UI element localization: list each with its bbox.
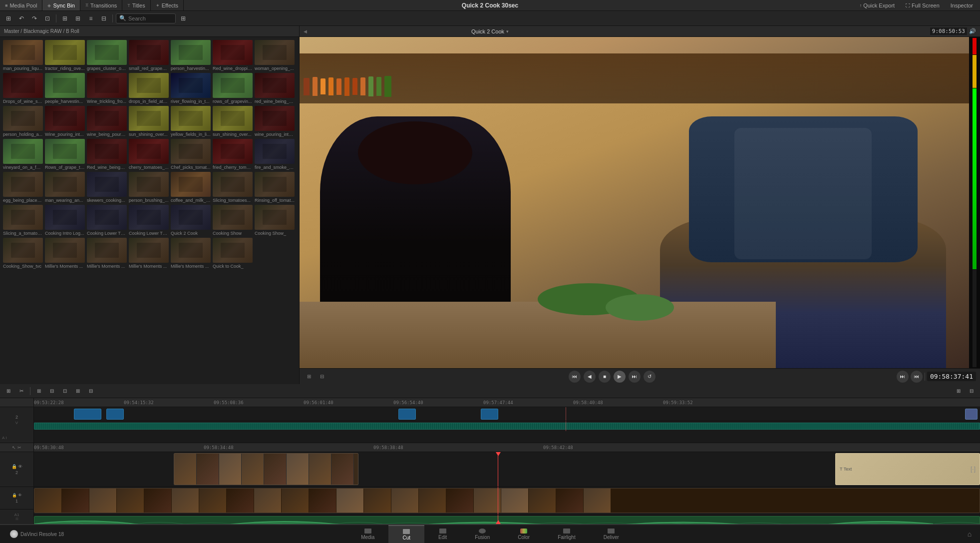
media-item[interactable]: Cooking_Show_tvc bbox=[3, 238, 43, 269]
v1-track-eye[interactable]: 👁 bbox=[18, 493, 22, 498]
play-btn[interactable]: ▶ bbox=[614, 371, 626, 383]
clip-v2-2[interactable] bbox=[106, 409, 124, 420]
toolbar-btn-filter[interactable]: ⊞ bbox=[178, 13, 189, 23]
go-to-end-btn[interactable]: ⏭ bbox=[629, 371, 641, 383]
toolbar-btn-meta[interactable]: ⊟ bbox=[98, 13, 109, 23]
media-item[interactable]: woman_opening_... bbox=[255, 40, 295, 71]
loop-btn[interactable]: ↺ bbox=[644, 371, 655, 383]
tl-view-2[interactable]: ⊟ bbox=[966, 386, 977, 396]
media-item[interactable]: Cooking Show_ bbox=[255, 205, 295, 236]
media-item[interactable]: river_flowing_in_t... bbox=[171, 73, 211, 104]
skip-fwd-btn[interactable]: ⏮ bbox=[911, 371, 923, 383]
nav-fairlight[interactable]: Fairlight bbox=[544, 525, 590, 543]
tl-tool-1[interactable]: ⊞ bbox=[3, 386, 14, 396]
media-item[interactable]: person_harvestin... bbox=[171, 40, 211, 71]
tl-tool-2[interactable]: ✂ bbox=[16, 386, 27, 396]
media-item[interactable]: fried_cherry_toma... bbox=[213, 139, 253, 170]
playback-in-out-btn[interactable]: ⊟ bbox=[317, 372, 327, 382]
media-item[interactable]: sun_shining_over... bbox=[129, 106, 169, 137]
media-item[interactable]: Millie's Moments ... bbox=[45, 238, 85, 269]
media-item[interactable]: person_holding_a... bbox=[3, 106, 43, 137]
media-item[interactable]: Slicing_tomatoes... bbox=[213, 172, 253, 203]
media-item[interactable]: egg_being_placed... bbox=[3, 172, 43, 203]
full-screen-button[interactable]: ⛶ Full Screen bbox=[903, 1, 943, 9]
tl-tool-5[interactable]: ⊡ bbox=[59, 386, 70, 396]
nav-media[interactable]: Media bbox=[347, 525, 388, 543]
toolbar-btn-3[interactable]: ↷ bbox=[29, 13, 40, 23]
media-item[interactable]: Cooking Lower Thi... bbox=[87, 205, 127, 236]
media-item[interactable]: Cooking Show bbox=[213, 205, 253, 236]
media-item[interactable]: coffee_and_milk_b... bbox=[171, 172, 211, 203]
nav-deliver[interactable]: Deliver bbox=[590, 525, 633, 543]
preview-title-chevron[interactable]: ▾ bbox=[506, 29, 509, 34]
media-item[interactable]: Rinsing_off_tomat... bbox=[255, 172, 295, 203]
media-item[interactable]: red_wine_being_p... bbox=[255, 73, 295, 104]
media-item[interactable]: vineyard_on_a_far... bbox=[3, 139, 43, 170]
home-button[interactable]: ⌂ bbox=[965, 530, 974, 539]
clip-v2-5[interactable] bbox=[965, 409, 978, 420]
tl-tool-7[interactable]: ⊟ bbox=[85, 386, 96, 396]
media-item[interactable]: Wine_trickling_fro... bbox=[87, 73, 127, 104]
toolbar-btn-list[interactable]: ≡ bbox=[85, 13, 96, 23]
media-item[interactable]: man_pouring_liqu... bbox=[3, 40, 43, 71]
media-item[interactable]: Red_wine_being_p... bbox=[87, 139, 127, 170]
media-item[interactable]: Cooking Lower Thi... bbox=[129, 205, 169, 236]
skip-back-btn[interactable]: ⏭ bbox=[897, 371, 909, 383]
media-item[interactable]: fire_and_smoke_c... bbox=[255, 139, 295, 170]
media-item[interactable]: Rows_of_grape_tr... bbox=[45, 139, 85, 170]
media-item[interactable]: grapes_cluster_on... bbox=[87, 40, 127, 71]
quick-export-button[interactable]: ↑ Quick Export bbox=[857, 1, 898, 9]
toolbar-btn-4[interactable]: ⊡ bbox=[42, 13, 53, 23]
media-item[interactable]: Quick to Cook_ bbox=[213, 238, 253, 269]
media-item[interactable]: Wine_pouring_int... bbox=[45, 106, 85, 137]
media-item[interactable]: sun_shining_over... bbox=[213, 106, 253, 137]
search-input[interactable] bbox=[128, 15, 173, 21]
toolbar-btn-5[interactable]: ⊞ bbox=[59, 13, 70, 23]
media-item[interactable]: Chef_picks_tomat... bbox=[171, 139, 211, 170]
nav-edit[interactable]: Edit bbox=[424, 525, 461, 543]
tl-tool-6[interactable]: ⊞ bbox=[72, 386, 83, 396]
preview-vol-icon[interactable]: 🔊 bbox=[969, 28, 976, 34]
toolbar-btn-grid[interactable]: ⊞ bbox=[72, 13, 83, 23]
audio-clip-full[interactable] bbox=[34, 423, 980, 430]
media-item[interactable]: drops_in_field_at_... bbox=[129, 73, 169, 104]
media-item[interactable]: rows_of_grapevin... bbox=[213, 73, 253, 104]
tab-effects[interactable]: ✦ Effects bbox=[151, 0, 184, 10]
tab-transitions[interactable]: ⧖ Transitions bbox=[80, 0, 122, 10]
tl-cut-tool[interactable]: ✂ bbox=[17, 445, 21, 450]
audio-waveform[interactable] bbox=[34, 516, 980, 524]
media-item[interactable]: Slicing_a_tomato_... bbox=[3, 205, 43, 236]
media-item[interactable]: tractor_riding_ove... bbox=[45, 40, 85, 71]
toolbar-btn-2[interactable]: ↶ bbox=[16, 13, 27, 23]
tl-tool-4[interactable]: ⊟ bbox=[46, 386, 57, 396]
clip-text-title[interactable]: T Text [·] bbox=[835, 453, 980, 485]
media-item[interactable]: yellow_fields_in_li... bbox=[171, 106, 211, 137]
nav-fusion[interactable]: Fusion bbox=[461, 525, 504, 543]
media-item[interactable]: wine_pouring_into... bbox=[255, 106, 295, 137]
clip-v2-main-1[interactable] bbox=[174, 453, 358, 485]
media-item[interactable]: Millie's Moments ... bbox=[171, 238, 211, 269]
tab-media-pool[interactable]: ■ Media Pool bbox=[0, 0, 42, 10]
media-item[interactable]: Drops_of_wine_sp... bbox=[3, 73, 43, 104]
v-track-lock-icon[interactable]: 🔒 bbox=[11, 464, 17, 469]
media-item[interactable]: small_red_grape_c... bbox=[129, 40, 169, 71]
media-item[interactable]: Quick 2 Cook bbox=[171, 205, 211, 236]
clip-v2-3[interactable] bbox=[398, 409, 416, 420]
tab-sync-bin[interactable]: ◈ Sync Bin bbox=[42, 0, 80, 10]
tl-arrow-tool[interactable]: ↖ bbox=[12, 445, 16, 450]
media-item[interactable]: Red_wine_droppin... bbox=[213, 40, 253, 71]
media-item[interactable]: cherry_tomatoes_... bbox=[129, 139, 169, 170]
tl-view-1[interactable]: ⊞ bbox=[953, 386, 964, 396]
media-item[interactable]: wine_being_poure... bbox=[87, 106, 127, 137]
inspector-button[interactable]: Inspector bbox=[948, 1, 976, 9]
search-box[interactable]: 🔍 bbox=[116, 13, 176, 23]
toolbar-btn-1[interactable]: ⊞ bbox=[3, 13, 14, 23]
tl-tool-3[interactable]: ⊞ bbox=[33, 386, 44, 396]
clip-v2-4[interactable] bbox=[481, 409, 498, 420]
tab-titles[interactable]: T Titles bbox=[122, 0, 150, 10]
media-item[interactable]: Millie's Moments ... bbox=[129, 238, 169, 269]
nav-color[interactable]: Color bbox=[504, 525, 544, 543]
nav-cut[interactable]: Cut bbox=[388, 525, 424, 543]
media-item[interactable]: people_harvestin... bbox=[45, 73, 85, 104]
v1-track-lock[interactable]: 🔒 bbox=[12, 493, 17, 498]
